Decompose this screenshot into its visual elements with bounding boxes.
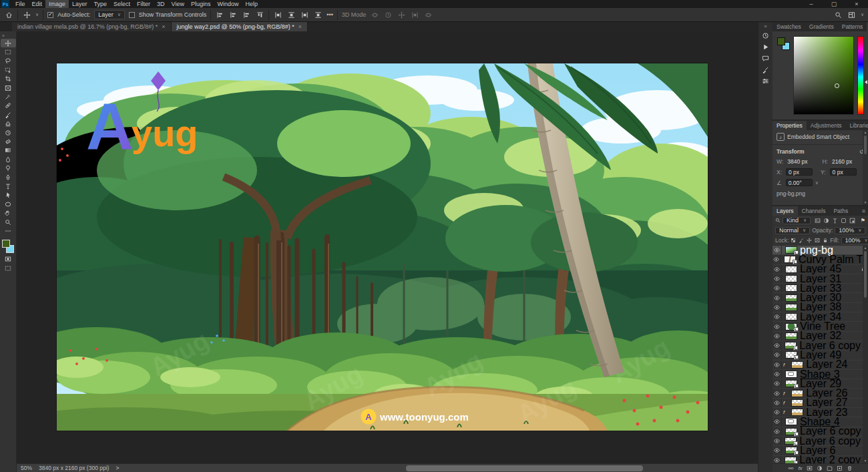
layer-row[interactable]: f Layer 2 copy 2 <box>773 456 868 463</box>
search-icon[interactable] <box>834 10 843 19</box>
link-layers-icon[interactable] <box>788 465 794 471</box>
layer-visibility-eye[interactable] <box>773 322 782 330</box>
layer-thumbnail[interactable] <box>785 304 797 311</box>
layer-visibility-eye[interactable] <box>773 408 782 417</box>
horizontal-scrollbar-thumb[interactable] <box>406 465 643 471</box>
toolbar-expand-icon[interactable]: » <box>0 33 5 39</box>
x-position-field[interactable]: 0 px <box>786 168 813 176</box>
lock-option-icon[interactable] <box>807 238 812 243</box>
tool-button[interactable] <box>1 146 16 155</box>
tool-button[interactable] <box>1 39 16 47</box>
align-top-icon[interactable] <box>255 10 264 19</box>
layer-visibility-eye[interactable] <box>773 332 782 340</box>
layer-visibility-eye[interactable] <box>773 427 782 436</box>
layer-thumbnail[interactable] <box>785 284 797 292</box>
layer-thumbnail[interactable] <box>785 332 797 340</box>
tool-button[interactable] <box>1 155 16 164</box>
panel-tab[interactable]: Patterns <box>838 22 867 31</box>
layer-visibility-eye[interactable] <box>773 293 782 302</box>
layer-thumbnail[interactable] <box>791 409 803 416</box>
horizontal-scrollbar[interactable] <box>126 465 754 471</box>
menu-item[interactable]: File <box>12 0 29 8</box>
dock-panel-button[interactable] <box>760 30 772 41</box>
layer-visibility-eye[interactable] <box>773 389 782 397</box>
panel-tab[interactable]: Swatches <box>773 22 805 31</box>
auto-select-checkbox[interactable]: ✓ <box>47 12 53 18</box>
panel-tab[interactable]: Paths <box>829 206 852 216</box>
tool-button[interactable] <box>1 83 16 92</box>
add-mask-icon[interactable] <box>807 465 813 471</box>
layer-visibility-eye[interactable] <box>773 255 781 264</box>
layer-visibility-eye[interactable] <box>773 274 782 283</box>
saturation-brightness-field[interactable] <box>793 36 854 115</box>
menu-item[interactable]: Select <box>110 0 134 8</box>
show-transform-checkbox[interactable] <box>129 12 135 18</box>
distribute-vertical-icon[interactable] <box>286 10 296 19</box>
tool-button[interactable] <box>1 65 16 74</box>
layer-thumbnail[interactable] <box>785 437 797 445</box>
menu-item[interactable]: Help <box>242 0 262 8</box>
menu-item[interactable]: Layer <box>69 0 91 8</box>
color-cursor[interactable] <box>835 83 839 88</box>
properties-scrollbar[interactable]: ▲ ▼ <box>863 130 868 205</box>
maximize-button[interactable]: ▢ <box>823 0 845 8</box>
panel-tab[interactable]: Gradients <box>805 22 838 31</box>
foreground-background-swatches[interactable] <box>1 239 15 255</box>
y-position-field[interactable]: 0 px <box>830 168 857 176</box>
fill-field[interactable]: 100%∨ <box>841 237 868 244</box>
align-options-dots[interactable]: ••• <box>327 11 333 18</box>
layer-thumbnail[interactable] <box>791 390 803 397</box>
menu-item[interactable]: Image <box>45 0 69 8</box>
panel-tab[interactable]: Libraries <box>846 121 868 130</box>
layer-thumbnail[interactable] <box>785 447 797 454</box>
panel-tab[interactable]: Layers <box>773 206 798 216</box>
layer-visibility-eye[interactable] <box>773 437 781 445</box>
tab-close-icon[interactable]: × <box>162 23 165 30</box>
blend-mode-dropdown[interactable]: Normal∨ <box>775 227 810 234</box>
layer-visibility-eye[interactable] <box>773 265 782 274</box>
tool-button[interactable] <box>1 200 16 208</box>
canvas-pasteboard[interactable]: Ayug Ayug Ayug Ayug Ayug <box>17 31 758 463</box>
screen-mode-button[interactable] <box>1 264 16 272</box>
layer-thumbnail[interactable] <box>785 457 797 463</box>
dock-panel-button[interactable] <box>760 53 772 64</box>
home-icon[interactable] <box>4 10 13 19</box>
panel-menu-icon[interactable]: ≡ <box>859 206 868 216</box>
layer-visibility-eye[interactable] <box>773 399 782 407</box>
minimize-button[interactable]: – <box>800 0 823 8</box>
tool-button[interactable] <box>1 208 16 217</box>
tool-preset-caret[interactable]: ∨ <box>35 12 39 17</box>
layer-thumbnail[interactable] <box>791 361 803 369</box>
align-right-icon[interactable] <box>242 10 251 19</box>
layer-thumbnail[interactable] <box>785 342 797 349</box>
new-layer-icon[interactable] <box>837 465 843 471</box>
lock-option-icon[interactable] <box>815 238 820 243</box>
layer-visibility-eye[interactable] <box>773 303 782 312</box>
layer-name[interactable]: Layer 2 copy 2 <box>799 454 866 463</box>
kind-filter-icon[interactable] <box>849 218 855 224</box>
hue-slider[interactable] <box>857 36 864 115</box>
delete-layer-icon[interactable] <box>847 465 853 471</box>
tool-button[interactable] <box>1 75 16 83</box>
workspace-caret[interactable]: ∨ <box>861 12 864 17</box>
tab-close-icon[interactable]: × <box>298 23 302 30</box>
opacity-field[interactable]: 100%∨ <box>835 227 865 234</box>
tool-button[interactable] <box>1 226 16 235</box>
close-button[interactable]: × <box>845 0 868 8</box>
kind-filter-dropdown[interactable]: Kind∨ <box>783 217 811 224</box>
menu-item[interactable]: Plugins <box>188 0 214 8</box>
layer-visibility-eye[interactable] <box>773 379 782 388</box>
quick-mask-button[interactable] <box>1 255 16 264</box>
lock-option-icon[interactable] <box>799 238 804 243</box>
tool-button[interactable] <box>1 191 16 200</box>
document-tab[interactable]: jungle way2.psd @ 50% (png-bg, RGB/8#) *… <box>172 22 308 31</box>
layer-visibility-eye[interactable] <box>773 246 782 254</box>
layer-visibility-eye[interactable] <box>773 341 781 350</box>
distribute-spacing-icon[interactable] <box>300 10 309 19</box>
layer-effects-icon[interactable]: fx <box>798 465 802 471</box>
tool-button[interactable] <box>1 57 16 65</box>
layer-visibility-eye[interactable] <box>773 361 782 369</box>
dock-panel-button[interactable] <box>760 41 772 53</box>
layer-thumbnail[interactable] <box>785 351 797 359</box>
align-center-icon[interactable] <box>228 10 238 19</box>
